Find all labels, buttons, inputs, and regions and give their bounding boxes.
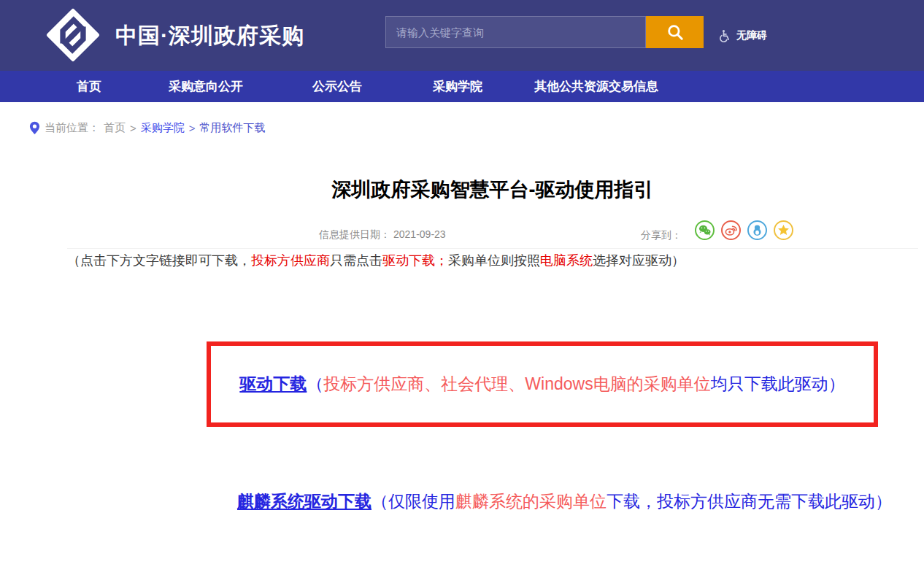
publish-date: 信息提供日期：2021-09-23 xyxy=(319,228,446,242)
accessibility-link[interactable]: 无障碍 xyxy=(718,0,767,71)
weibo-share-icon[interactable] xyxy=(721,220,741,240)
text-segment: 均只下载此驱动） xyxy=(711,374,845,393)
text-segment: 麒麟系统的采购单位 xyxy=(455,492,607,511)
nav-item-procurement-college[interactable]: 采购学院 xyxy=(396,71,520,102)
wheelchair-icon xyxy=(718,29,731,42)
text-segment: 驱动下载； xyxy=(382,252,448,268)
nav-item-other-public-resources[interactable]: 其他公共资源交易信息 xyxy=(520,71,673,102)
text-segment: 选择对应驱动） xyxy=(593,252,685,268)
share-label: 分享到： xyxy=(641,229,682,242)
qzone-share-icon[interactable] xyxy=(774,220,793,240)
accessibility-label: 无障碍 xyxy=(736,29,767,42)
search-icon xyxy=(666,23,685,42)
driver-download-link[interactable]: 驱动下载 xyxy=(239,374,307,393)
nav-item-announcements[interactable]: 公示公告 xyxy=(279,71,396,102)
text-segment: 只需点击 xyxy=(330,252,382,268)
breadcrumb-separator: > xyxy=(130,122,136,134)
search-input[interactable] xyxy=(386,17,645,47)
text-segment: 投标方供应商 xyxy=(251,252,330,268)
site-logo-icon xyxy=(42,5,104,65)
share-icon-group xyxy=(695,220,793,240)
text-segment: （ xyxy=(307,374,323,393)
kylin-driver-download-link[interactable]: 麒麟系统驱动下载 xyxy=(237,492,371,511)
qq-share-icon[interactable] xyxy=(747,220,767,240)
content-divider xyxy=(67,248,918,249)
article-meta: 信息提供日期：2021-09-23 分享到： xyxy=(67,217,918,247)
breadcrumb-item-home[interactable]: 首页 xyxy=(104,121,126,135)
publish-date-value: 2021-09-23 xyxy=(393,228,446,240)
driver-download-line: 驱动下载（投标方供应商、社会代理、Windows电脑的采购单位均只下载此驱动） xyxy=(239,373,844,395)
instruction-note: （点击下方文字链接即可下载，投标方供应商只需点击驱动下载；采购单位则按照电脑系统… xyxy=(67,251,918,270)
search-box xyxy=(385,16,646,48)
breadcrumb: 当前位置： 首页 > 采购学院 > 常用软件下载 xyxy=(29,121,266,135)
main-nav: 首页 采购意向公开 公示公告 采购学院 其他公共资源交易信息 xyxy=(0,71,924,102)
text-segment: （仅限使用 xyxy=(371,492,455,511)
text-segment: 投标方供应商、社会代理、Windows电脑的采购单位 xyxy=(323,374,710,393)
breadcrumb-separator: > xyxy=(189,122,196,134)
nav-item-home[interactable]: 首页 xyxy=(45,71,133,102)
publish-date-label: 信息提供日期： xyxy=(319,228,390,240)
wechat-share-icon[interactable] xyxy=(695,220,715,240)
kylin-download-line: 麒麟系统驱动下载（仅限使用麒麟系统的采购单位下载，投标方供应商无需下载此驱动） xyxy=(237,490,892,513)
driver-download-highlight-box: 驱动下载（投标方供应商、社会代理、Windows电脑的采购单位均只下载此驱动） xyxy=(207,341,878,427)
breadcrumb-item-college[interactable]: 采购学院 xyxy=(141,121,185,135)
text-segment: 下载，投标方供应商无需下载此驱动） xyxy=(607,492,892,511)
site-title: 中国·深圳政府采购 xyxy=(115,0,304,71)
site-header: 中国·深圳政府采购 无障碍 xyxy=(0,0,924,71)
breadcrumb-label: 当前位置： xyxy=(45,121,99,135)
nav-item-procurement-intent[interactable]: 采购意向公开 xyxy=(133,71,279,102)
page-title: 深圳政府采购智慧平台-驱动使用指引 xyxy=(67,177,918,203)
text-segment: （点击下方文字链接即可下载， xyxy=(67,252,251,268)
location-pin-icon xyxy=(29,121,40,135)
article-content: 深圳政府采购智慧平台-驱动使用指引 信息提供日期：2021-09-23 分享到： xyxy=(67,168,918,576)
text-segment: 采购单位则按照 xyxy=(448,252,540,268)
breadcrumb-item-current: 常用软件下载 xyxy=(200,121,266,135)
text-segment: 电脑系统 xyxy=(540,252,593,268)
search-button[interactable] xyxy=(646,16,704,48)
